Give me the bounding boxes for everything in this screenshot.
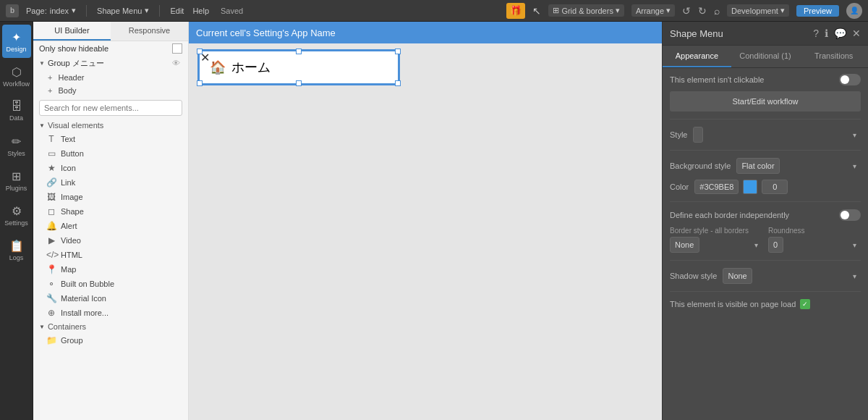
visible-checkbox[interactable]: ✓ [800, 299, 810, 309]
icon-icon: ★ [46, 163, 56, 173]
color-swatch[interactable] [743, 180, 757, 194]
data-icon: 🗄 [11, 100, 22, 113]
body-label: Body [58, 86, 76, 95]
divider-1 [86, 5, 87, 17]
sidebar-item-settings[interactable]: ⚙ Settings [2, 198, 31, 232]
canvas-body[interactable]: ✕ 🏠 ホーム [189, 43, 662, 420]
element-install-more[interactable]: ⊕ Install more... [33, 306, 188, 320]
header-item[interactable]: + Header [33, 71, 188, 84]
element-shape[interactable]: ◻ Shape [33, 204, 188, 219]
canvas-header: Current cell's Setting's App Name [189, 22, 662, 43]
border-style-select[interactable]: None [670, 237, 699, 253]
background-style-row: Background style Flat color [670, 158, 861, 174]
shadow-style-label: Shadow style [670, 272, 717, 280]
containers-section[interactable]: ▼ Containers [33, 320, 188, 333]
search-button[interactable]: ⌕ [714, 5, 720, 17]
grid-icon: ⊞ [553, 6, 559, 15]
shape-menu-label: Shape Menu [97, 7, 142, 15]
sidebar-item-data[interactable]: 🗄 Data [2, 94, 31, 127]
not-clickable-toggle[interactable] [839, 74, 861, 85]
color-opacity[interactable]: 0 [762, 180, 788, 194]
color-controls: #3C9BE8 0 [694, 180, 788, 194]
sidebar-item-styles[interactable]: ✏ Styles [2, 129, 31, 162]
search-input[interactable] [39, 100, 182, 116]
tab-responsive[interactable]: Responsive [111, 22, 188, 41]
group-menu-eye-icon[interactable]: 👁 [172, 59, 182, 69]
redo-button[interactable]: ↻ [698, 5, 707, 17]
element-text[interactable]: T Text [33, 132, 188, 146]
page-selector[interactable]: Page: index ▾ [26, 6, 76, 15]
workflow-button[interactable]: Start/Edit workflow [670, 91, 861, 112]
gift-button[interactable]: 🎁 [506, 3, 525, 19]
element-link[interactable]: 🔗 Link [33, 175, 188, 190]
element-map[interactable]: 📍 Map [33, 262, 188, 277]
shape-menu-selector[interactable]: Shape Menu ▾ [97, 6, 149, 15]
element-built-on-bubble[interactable]: ⚬ Built on Bubble [33, 277, 188, 291]
element-material-icon[interactable]: 🔧 Material Icon [33, 291, 188, 306]
shape-menu-dropdown-icon[interactable]: ▾ [145, 6, 149, 15]
style-select[interactable] [693, 127, 703, 143]
resize-handle-bottom-right[interactable] [395, 80, 401, 86]
border-style-select-wrap: None [670, 237, 762, 253]
help-icon[interactable]: ? [813, 28, 819, 39]
group-icon: 📁 [46, 335, 56, 345]
chat-icon[interactable]: 💬 [834, 28, 846, 39]
user-avatar[interactable]: 👤 [846, 3, 862, 19]
sidebar-item-workflow[interactable]: ⬡ Workflow [2, 59, 31, 93]
tab-transitions[interactable]: Transitions [799, 46, 868, 67]
element-icon[interactable]: ★ Icon [33, 161, 188, 175]
divider-sm-2 [670, 150, 861, 151]
undo-button[interactable]: ↺ [682, 5, 691, 17]
edit-menu[interactable]: Edit [170, 7, 184, 15]
development-button[interactable]: Development ▾ [727, 4, 789, 17]
element-group[interactable]: 📁 Group [33, 333, 188, 348]
only-show-hideable-checkbox[interactable] [172, 43, 182, 54]
workflow-label: Workflow [3, 80, 30, 88]
tab-conditional[interactable]: Conditional (1) [731, 46, 800, 67]
icon-label: Icon [61, 164, 76, 172]
group-menu-row[interactable]: ▼ Group メニュー 👁 [33, 56, 188, 71]
help-menu[interactable]: Help [192, 7, 209, 15]
define-border-label: Define each border independently [670, 211, 789, 219]
roundness-select[interactable]: 0 [768, 237, 783, 253]
resize-handle-top-right[interactable] [395, 49, 401, 54]
arrange-button[interactable]: Arrange ▾ [631, 4, 675, 17]
info-icon[interactable]: ℹ [825, 28, 828, 39]
preview-label: Preview [804, 7, 832, 15]
preview-button[interactable]: Preview [796, 5, 839, 17]
element-search[interactable] [39, 100, 182, 116]
element-button[interactable]: ▭ Button [33, 146, 188, 161]
element-html[interactable]: </> HTML [33, 248, 188, 262]
resize-handle-top[interactable] [296, 49, 302, 54]
resize-handle-bottom[interactable] [296, 80, 302, 86]
sidebar-item-plugins[interactable]: ⊞ Plugins [2, 164, 31, 197]
group-menu-label: Group メニュー [48, 58, 104, 69]
color-hex-value[interactable]: #3C9BE8 [694, 180, 739, 194]
element-alert[interactable]: 🔔 Alert [33, 219, 188, 233]
style-label: Style [670, 130, 687, 139]
element-video[interactable]: ▶ Video [33, 233, 188, 248]
resize-handle-bottom-left[interactable] [197, 80, 203, 86]
topbar: b Page: index ▾ Shape Menu ▾ Edit Help S… [0, 0, 868, 22]
tab-appearance[interactable]: Appearance [663, 46, 731, 67]
sidebar-item-logs[interactable]: 📋 Logs [2, 233, 31, 266]
element-image[interactable]: 🖼 Image [33, 190, 188, 204]
tab-ui-builder[interactable]: UI Builder [33, 22, 111, 41]
styles-icon: ✏ [12, 135, 21, 148]
close-panel-icon[interactable]: ✕ [852, 28, 861, 39]
sidebar-item-design[interactable]: ✦ Design [2, 25, 31, 58]
background-style-select[interactable]: Flat color [736, 158, 780, 174]
only-show-hideable-row[interactable]: Only show hideable [33, 41, 188, 56]
shape-label: Shape [61, 207, 84, 216]
visual-elements-section[interactable]: ▼ Visual elements [33, 119, 188, 132]
divider-sm-3 [670, 201, 861, 202]
define-border-toggle[interactable] [839, 209, 861, 221]
body-item[interactable]: + Body [33, 84, 188, 97]
map-label: Map [61, 265, 76, 274]
canvas-area: Current cell's Setting's App Name ✕ 🏠 ホー… [189, 22, 662, 420]
cursor-icon[interactable]: ↖ [532, 5, 541, 17]
grid-borders-button[interactable]: ⊞ Grid & borders ▾ [548, 4, 624, 17]
shadow-style-select[interactable]: None [723, 268, 752, 284]
resize-handle-top-left[interactable] [197, 49, 203, 54]
page-dropdown-icon[interactable]: ▾ [72, 6, 76, 15]
